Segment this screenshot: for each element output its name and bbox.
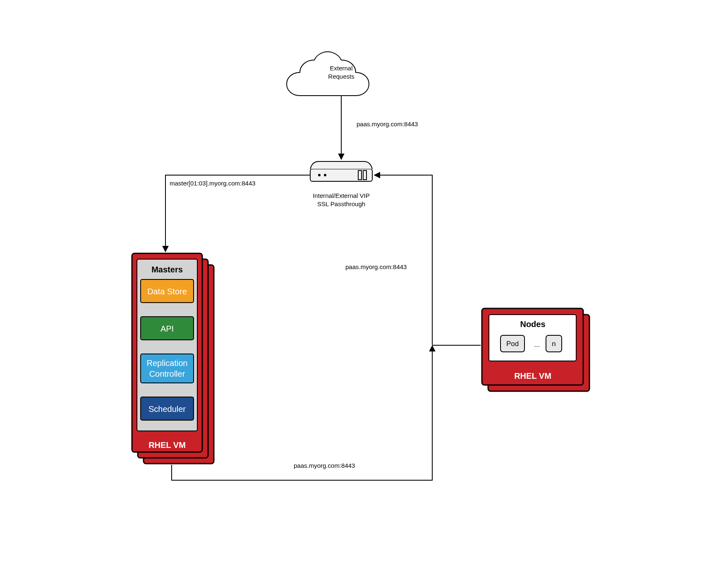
svg-point-2 (324, 174, 326, 176)
edge-cloud-to-vip-label: paas.myorg.com:8443 (357, 120, 418, 128)
nodes-footer: RHEL VM (514, 371, 551, 380)
nodes-stack: Nodes Pod ... n RHEL VM (482, 308, 589, 391)
api-label: API (160, 324, 174, 333)
cloud-line2: Requests (328, 73, 354, 80)
vip-label-2: SSL Passthrough (317, 200, 365, 207)
vip-device: Internal/External VIP SSL Passthrough (310, 161, 372, 207)
replication-label-2: Controller (149, 369, 185, 378)
n-label: n (552, 340, 556, 348)
datastore-label: Data Store (147, 287, 187, 296)
edge-masters-to-vip-label: paas.myorg.com:8443 (294, 462, 355, 469)
edge-nodes-to-vip-label: paas.myorg.com:8443 (345, 263, 407, 270)
vip-label-1: Internal/External VIP (313, 192, 370, 199)
cloud-external-requests: External Requests (287, 52, 369, 96)
masters-footer: RHEL VM (148, 440, 186, 450)
edge-vip-to-masters-label: master[01:03].myorg.com:8443 (170, 180, 256, 187)
masters-title: Masters (151, 265, 183, 274)
cloud-line1: External (330, 65, 352, 72)
edge-nodes-to-vip (374, 175, 432, 345)
scheduler-label: Scheduler (148, 404, 186, 414)
ellipsis-label: ... (534, 341, 540, 349)
diagram-canvas: External Requests paas.myorg.com:8443 In… (0, 0, 728, 563)
replication-label-1: Replication (147, 358, 188, 368)
masters-stack: Masters Data Store API Replication Contr… (132, 253, 214, 464)
svg-point-1 (318, 174, 321, 176)
nodes-title: Nodes (520, 320, 545, 329)
pod-label: Pod (506, 340, 519, 348)
